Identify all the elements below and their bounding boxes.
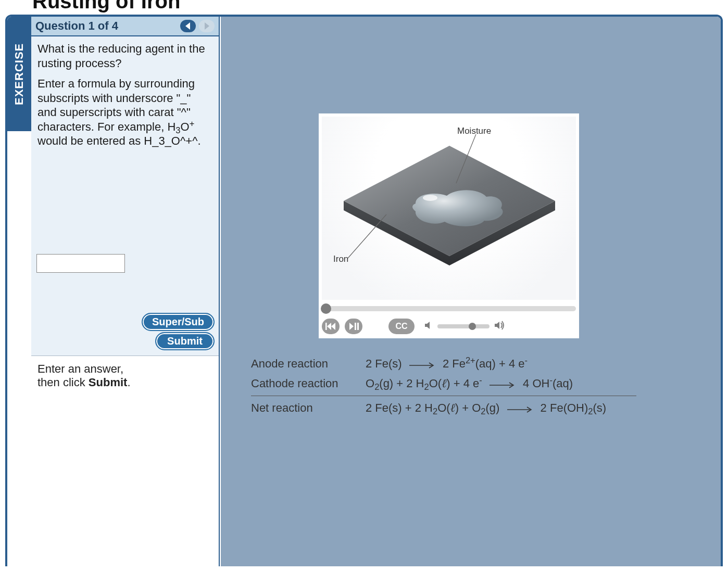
net-formula: 2 Fe(s) + 2 H2O(ℓ) + O2(g) 2 Fe(OH)2(s): [366, 401, 636, 415]
question-counter: Question 1 of 4: [35, 19, 177, 33]
play-pause-button[interactable]: [345, 319, 362, 334]
exercise-tab: EXERCISE: [7, 17, 31, 131]
svg-marker-9: [327, 323, 331, 330]
status-message: Enter an answer, then click Submit.: [31, 356, 219, 396]
rewind-button[interactable]: [322, 319, 340, 334]
formula-hint: Enter a formula by surrounding subscript…: [37, 77, 212, 148]
prev-question-button[interactable]: [180, 20, 196, 32]
svg-rect-13: [357, 323, 359, 330]
anode-formula: 2 Fe(s) 2 Fe2+(aq) + 4 e-: [366, 357, 636, 371]
media-controls: CC: [322, 303, 576, 334]
closed-captions-button[interactable]: CC: [388, 319, 415, 334]
super-sub-button[interactable]: Super/Sub: [143, 314, 214, 330]
speaker-low-icon: [424, 321, 433, 332]
cathode-formula: O2(g) + 2 H2O(ℓ) + 4 e- 4 OH-(aq): [366, 377, 636, 390]
media-card: Moisture Iron: [319, 113, 579, 338]
arrow-right-icon: [506, 406, 534, 413]
svg-marker-1: [205, 22, 209, 30]
seek-bar[interactable]: [322, 303, 576, 314]
svg-rect-12: [355, 323, 356, 330]
svg-marker-10: [331, 323, 335, 330]
anode-row: Anode reaction 2 Fe(s) 2 Fe2+(aq) + 4 e-: [251, 354, 636, 374]
separator-line: [251, 396, 636, 396]
svg-rect-8: [325, 323, 327, 330]
net-label: Net reaction: [251, 401, 366, 415]
svg-line-6: [456, 134, 476, 183]
app-frame: EXERCISE Question 1 of 4 What is the red…: [5, 15, 723, 566]
leader-lines-icon: [322, 117, 576, 300]
page-title: Rusting of Iron: [32, 0, 180, 13]
svg-marker-0: [185, 22, 190, 30]
media-stage: Moisture Iron: [322, 117, 576, 300]
question-prompt: What is the reducing agent in the rustin…: [37, 42, 212, 70]
anode-label: Anode reaction: [251, 357, 366, 371]
next-question-button: [199, 20, 215, 32]
speaker-high-icon: [494, 321, 505, 332]
answer-input[interactable]: [36, 254, 125, 273]
cathode-row: Cathode reaction O2(g) + 2 H2O(ℓ) + 4 e-…: [251, 374, 636, 393]
net-row: Net reaction 2 Fe(s) + 2 H2O(ℓ) + O2(g) …: [251, 398, 636, 418]
question-body: What is the reducing agent in the rustin…: [31, 36, 219, 356]
svg-line-7: [348, 214, 386, 258]
arrow-right-icon: [408, 362, 436, 369]
arrow-right-icon: [488, 382, 517, 389]
question-panel: Question 1 of 4 What is the reducing age…: [31, 17, 220, 566]
submit-button[interactable]: Submit: [156, 333, 214, 349]
volume-control[interactable]: [424, 321, 505, 332]
svg-marker-11: [349, 323, 354, 330]
reactions-panel: Anode reaction 2 Fe(s) 2 Fe2+(aq) + 4 e-…: [251, 354, 636, 418]
content-area: Moisture Iron: [221, 17, 721, 566]
question-header: Question 1 of 4: [31, 17, 219, 36]
cathode-label: Cathode reaction: [251, 377, 366, 390]
